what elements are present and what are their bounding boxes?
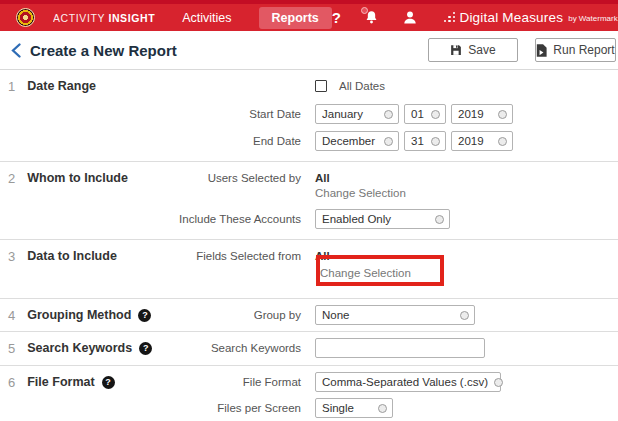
search-keywords-input[interactable] — [315, 338, 485, 358]
run-report-button-label: Run Report — [553, 43, 614, 57]
brand-insight: INSIGHT — [108, 12, 155, 24]
save-button-label: Save — [468, 43, 495, 57]
section-number: 1 — [8, 79, 15, 94]
section-number: 5 — [8, 341, 15, 356]
nav-reports[interactable]: Reports — [259, 7, 332, 29]
include-accounts-dropdown[interactable]: Enabled Only — [315, 209, 450, 229]
files-per-screen-label: Files per Screen — [0, 398, 308, 418]
notification-dot — [361, 7, 368, 14]
start-day-value: 01 — [411, 108, 424, 120]
digital-measures-logo-icon — [444, 12, 456, 26]
start-day-dropdown[interactable]: 01 — [404, 104, 446, 124]
end-day-dropdown[interactable]: 31 — [404, 131, 446, 151]
section-grouping-method: 4 Grouping Method ? Group by None — [0, 299, 618, 332]
search-keywords-help-icon[interactable]: ? — [139, 342, 152, 355]
start-month-value: January — [322, 108, 363, 120]
dropdown-indicator-icon[interactable] — [431, 110, 440, 119]
notifications-bell-icon[interactable] — [363, 9, 380, 26]
dropdown-indicator-icon[interactable] — [378, 404, 387, 413]
dropdown-indicator-icon[interactable] — [460, 311, 469, 320]
file-format-help-icon[interactable]: ? — [102, 376, 115, 389]
files-per-screen-value: Single — [322, 402, 354, 414]
section-title: Grouping Method — [27, 308, 131, 322]
section-file-format: 6 File Format ? File Format Comma-Separa… — [0, 366, 618, 421]
files-per-screen-dropdown[interactable]: Single — [315, 398, 393, 418]
save-floppy-icon — [450, 44, 462, 56]
end-day-value: 31 — [411, 135, 424, 147]
all-dates-label: All Dates — [339, 80, 385, 92]
grouping-help-icon[interactable]: ? — [138, 309, 151, 322]
file-format-dropdown[interactable]: Comma-Separated Values (.csv) — [315, 372, 501, 392]
title-bar: Create a New Report Save Run Report — [0, 31, 618, 70]
brand-activity: ACTIVITY — [53, 12, 105, 24]
dropdown-indicator-icon[interactable] — [498, 137, 507, 146]
nav-activities[interactable]: Activities — [182, 11, 231, 25]
start-month-dropdown[interactable]: January — [315, 104, 399, 124]
university-seal-logo — [16, 8, 35, 27]
run-report-icon — [536, 44, 547, 57]
app-header: ACTIVITY INSIGHT Activities Reports ? Di… — [0, 0, 618, 31]
save-button[interactable]: Save — [428, 38, 518, 62]
section-title: Search Keywords — [27, 341, 132, 355]
dropdown-indicator-icon[interactable] — [435, 215, 444, 224]
section-date-range: 1 Date Range All Dates Start Date Januar… — [0, 70, 618, 162]
section-whom-to-include: 2 Whom to Include Users Selected by All … — [0, 162, 618, 240]
page-title: Create a New Report — [30, 42, 177, 59]
all-dates-checkbox[interactable] — [315, 80, 327, 92]
end-year-value: 2019 — [458, 135, 484, 147]
section-number: 4 — [8, 308, 15, 323]
section-search-keywords: 5 Search Keywords ? Search Keywords — [0, 332, 618, 366]
start-date-label: Start Date — [0, 104, 308, 124]
run-report-button[interactable]: Run Report — [535, 38, 616, 62]
section-title: Whom to Include — [27, 171, 128, 185]
by-watermark: by Watermark™ — [568, 14, 618, 25]
start-year-dropdown[interactable]: 2019 — [451, 104, 513, 124]
section-number: 6 — [8, 375, 15, 390]
end-month-dropdown[interactable]: December — [315, 131, 399, 151]
include-accounts-value: Enabled Only — [322, 213, 391, 225]
dropdown-indicator-icon[interactable] — [498, 110, 507, 119]
dropdown-indicator-icon[interactable] — [384, 137, 393, 146]
section-number: 3 — [8, 249, 15, 264]
end-month-value: December — [322, 135, 375, 147]
section-title: File Format — [27, 375, 94, 389]
fields-selected-value: All — [315, 249, 330, 263]
dropdown-indicator-icon[interactable] — [494, 378, 503, 387]
group-by-value: None — [322, 309, 350, 321]
activity-insight-brand: ACTIVITY INSIGHT — [53, 12, 155, 24]
dropdown-indicator-icon[interactable] — [384, 110, 393, 119]
change-selection-link-users[interactable]: Change Selection — [315, 185, 406, 201]
section-title: Date Range — [27, 79, 96, 93]
digital-measures-name: Digital Measures — [459, 10, 563, 25]
digital-measures-brand: Digital Measures by Watermark™ — [444, 10, 618, 25]
end-date-label: End Date — [0, 131, 308, 151]
users-selected-value: All — [315, 171, 330, 185]
section-title: Data to Include — [27, 249, 117, 263]
end-year-dropdown[interactable]: 2019 — [451, 131, 513, 151]
help-icon[interactable]: ? — [332, 9, 341, 26]
section-number: 2 — [8, 171, 15, 186]
back-chevron-icon[interactable] — [11, 43, 21, 58]
change-selection-link-fields[interactable]: Change Selection — [320, 265, 411, 281]
include-accounts-label: Include These Accounts — [0, 209, 308, 229]
account-person-icon[interactable] — [402, 9, 418, 26]
group-by-dropdown[interactable]: None — [315, 305, 475, 325]
start-year-value: 2019 — [458, 108, 484, 120]
dropdown-indicator-icon[interactable] — [431, 137, 440, 146]
file-format-value: Comma-Separated Values (.csv) — [322, 376, 488, 388]
section-data-to-include: 3 Data to Include Fields Selected from A… — [0, 240, 618, 299]
